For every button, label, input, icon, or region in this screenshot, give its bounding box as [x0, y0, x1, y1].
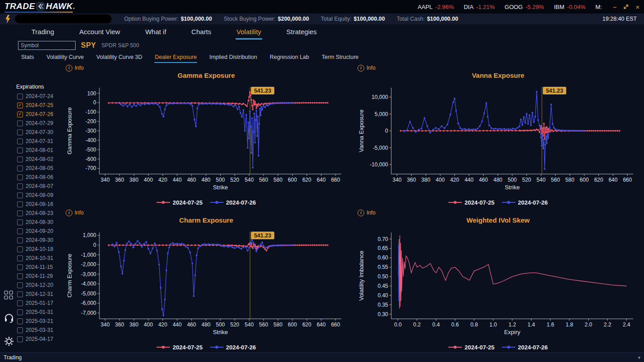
headset-icon[interactable]	[4, 313, 14, 323]
statusbar-mode[interactable]: Trading	[4, 354, 22, 361]
expiration-item-2024-08-01[interactable]: 2024-08-01	[17, 146, 60, 155]
expiration-item-2024-08-09[interactable]: 2024-08-09	[17, 191, 60, 200]
checkbox[interactable]	[17, 237, 23, 243]
subtab-term-structure[interactable]: Term Structure	[321, 52, 359, 63]
checkbox[interactable]	[17, 336, 23, 342]
checkbox[interactable]	[17, 121, 23, 126]
checkbox[interactable]	[17, 264, 23, 270]
expiration-item-2024-12-31[interactable]: 2024-12-31	[17, 290, 60, 299]
expiration-item-2024-10-18[interactable]: 2024-10-18	[17, 245, 60, 254]
checkbox[interactable]	[17, 192, 23, 198]
charm-exposure-chart[interactable]: 3403603804004204404604805005205405605806…	[64, 226, 349, 342]
symbol-input[interactable]	[18, 41, 76, 50]
expiration-item-2024-11-15[interactable]: 2024-11-15	[17, 263, 60, 272]
popout-icon[interactable]	[623, 4, 629, 10]
checkbox[interactable]	[17, 139, 23, 144]
checkbox[interactable]	[17, 219, 23, 225]
expiration-item-2025-03-21[interactable]: 2025-03-21	[17, 317, 60, 326]
gamma-exposure-chart[interactable]: 3403603804004204404604805005205405605806…	[64, 81, 349, 197]
expiration-item-2024-08-30[interactable]: 2024-08-30	[17, 218, 60, 227]
checkbox[interactable]	[17, 255, 23, 261]
subtab-dealer-exposure[interactable]: Dealer Exposure	[154, 52, 197, 63]
lightning-icon[interactable]	[4, 15, 10, 23]
svg-text:440: 440	[464, 177, 473, 183]
gamma-exposure-canvas[interactable]: 3403603804004204404604805005205405605806…	[65, 81, 348, 192]
legend-item-2024-07-26[interactable]: 2024-07-26	[502, 199, 548, 206]
expiration-item-2024-12-20[interactable]: 2024-12-20	[17, 281, 60, 290]
expiration-item-2024-09-30[interactable]: 2024-09-30	[17, 236, 60, 245]
close-button[interactable]: ×	[635, 4, 640, 10]
checkbox[interactable]	[17, 228, 23, 234]
checkbox[interactable]	[17, 291, 23, 297]
checkbox[interactable]	[17, 246, 23, 252]
charm-exposure-canvas[interactable]: 3403603804004204404604805005205405605806…	[65, 226, 348, 337]
expiration-item-2024-08-23[interactable]: 2024-08-23	[17, 209, 60, 218]
info-button[interactable]: iInfo	[358, 65, 376, 72]
info-button[interactable]: iInfo	[66, 65, 84, 72]
legend-item-2024-07-25[interactable]: 2024-07-25	[448, 344, 495, 351]
checkbox[interactable]	[17, 309, 23, 315]
checkbox[interactable]	[17, 201, 23, 207]
checkbox[interactable]	[17, 174, 23, 180]
expiration-item-2024-08-06[interactable]: 2024-08-06	[17, 173, 60, 182]
expiration-item-2024-10-31[interactable]: 2024-10-31	[17, 254, 60, 263]
expiration-item-2024-07-26[interactable]: ✓2024-07-26	[17, 110, 60, 119]
expiration-item-2024-07-25[interactable]: ✓2024-07-25	[17, 101, 60, 110]
expiration-item-2024-09-20[interactable]: 2024-09-20	[17, 227, 60, 236]
gear-icon[interactable]	[4, 336, 14, 347]
checkbox[interactable]	[17, 318, 23, 324]
checkbox[interactable]	[17, 156, 23, 162]
vanna-exposure-chart[interactable]: 3403603804004204404604805005205405605806…	[356, 81, 640, 197]
checkbox[interactable]	[17, 147, 23, 153]
checkbox[interactable]	[17, 327, 23, 333]
legend-item-2024-07-25[interactable]: 2024-07-25	[157, 344, 203, 351]
tab-trading[interactable]: Trading	[31, 25, 55, 40]
expiration-item-2024-08-02[interactable]: 2024-08-02	[17, 155, 60, 164]
expiration-item-2024-08-07[interactable]: 2024-08-07	[17, 182, 60, 191]
info-button[interactable]: iInfo	[66, 210, 84, 216]
legend-item-2024-07-26[interactable]: 2024-07-26	[210, 344, 256, 351]
legend-item-2024-07-25[interactable]: 2024-07-25	[448, 199, 495, 206]
tab-strategies[interactable]: Strategies	[286, 25, 318, 40]
expiration-item-2024-08-16[interactable]: 2024-08-16	[17, 200, 60, 209]
expiration-item-2024-07-30[interactable]: 2024-07-30	[17, 128, 60, 137]
checkbox[interactable]	[17, 94, 23, 99]
expiration-item-2025-01-17[interactable]: 2025-01-17	[17, 299, 60, 308]
expiration-item-2024-08-05[interactable]: 2024-08-05	[17, 164, 60, 173]
checkbox[interactable]	[17, 273, 23, 279]
legend-item-2024-07-26[interactable]: 2024-07-26	[502, 344, 548, 351]
checkbox[interactable]	[17, 165, 23, 171]
vanna-exposure-canvas[interactable]: 3403603804004204404604805005205405605806…	[357, 81, 640, 192]
legend-item-2024-07-26[interactable]: 2024-07-26	[210, 199, 256, 206]
checkbox[interactable]	[17, 210, 23, 216]
tab-charts[interactable]: Charts	[191, 25, 212, 40]
weighted-ivol-skew-chart[interactable]: 0.00.20.40.60.81.01.21.41.61.82.02.22.40…	[356, 226, 640, 342]
minimize-button[interactable]: −	[613, 4, 617, 10]
subtab-stats[interactable]: Stats	[21, 52, 35, 63]
grid-layout-icon[interactable]	[4, 290, 13, 300]
tab-what-if[interactable]: What if	[144, 25, 167, 40]
weighted-ivol-skew-canvas[interactable]: 0.00.20.40.60.81.01.21.41.61.82.02.22.40…	[357, 226, 640, 337]
expiration-item-2024-07-31[interactable]: 2024-07-31	[17, 137, 60, 146]
checkbox[interactable]	[17, 130, 23, 135]
subtab-volatility-curve-3d[interactable]: Volatility Curve 3D	[96, 52, 143, 63]
expiration-item-2024-07-29[interactable]: 2024-07-29	[17, 119, 60, 128]
checkbox[interactable]	[17, 282, 23, 288]
expiration-item-2025-03-31[interactable]: 2025-03-31	[17, 326, 60, 335]
checkbox[interactable]: ✓	[17, 112, 23, 117]
expiration-item-2024-07-24[interactable]: 2024-07-24	[17, 92, 60, 101]
expiration-item-2024-11-29[interactable]: 2024-11-29	[17, 272, 60, 281]
checkbox[interactable]	[17, 300, 23, 306]
subtab-regression-lab[interactable]: Regression Lab	[269, 52, 310, 63]
checkbox[interactable]	[17, 183, 23, 189]
legend-item-2024-07-25[interactable]: 2024-07-25	[157, 199, 203, 206]
checkbox[interactable]: ✓	[17, 103, 23, 108]
expiration-item-2025-01-31[interactable]: 2025-01-31	[17, 308, 60, 317]
expiration-item-2025-04-17[interactable]: 2025-04-17	[17, 335, 60, 344]
tab-account-view[interactable]: Account View	[78, 25, 121, 40]
subtab-implied-distribution[interactable]: Implied Distribution	[209, 52, 257, 63]
statusbar-dropdown-caret[interactable]: ▾	[638, 355, 640, 361]
tab-volatility[interactable]: Volatility	[236, 25, 262, 40]
info-button[interactable]: iInfo	[358, 210, 376, 216]
subtab-volatility-curve[interactable]: Volatility Curve	[46, 52, 85, 63]
